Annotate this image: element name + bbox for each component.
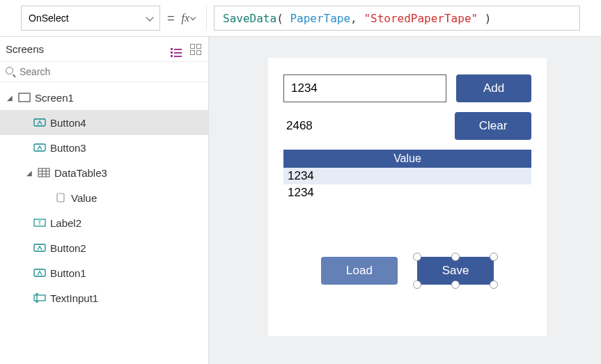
- panel-title: Screens: [6, 43, 44, 55]
- label-icon: T: [33, 216, 46, 229]
- tree-item-button1[interactable]: Button1: [0, 260, 208, 285]
- tree-item-button3[interactable]: Button3: [0, 135, 208, 160]
- number-input[interactable]: [283, 74, 446, 102]
- button-icon: [33, 267, 46, 279]
- app-frame: Add 2468 Clear Value 1234 1234 Load Save: [268, 58, 547, 336]
- search-icon: [6, 67, 15, 77]
- formula-bar: OnSelect = fx SaveData ( PaperTape , "St…: [0, 0, 601, 37]
- svg-rect-11: [34, 244, 45, 251]
- formula-comma: ,: [350, 12, 357, 25]
- svg-rect-2: [34, 144, 45, 151]
- resize-handle[interactable]: [490, 280, 498, 289]
- tree-view-icon[interactable]: [171, 41, 182, 57]
- search-input[interactable]: [19, 66, 203, 77]
- tree-item-value[interactable]: Value: [0, 185, 208, 210]
- tree-view: ◢ Screen1 Button4 Button3 ◢: [0, 82, 208, 364]
- divider: [206, 6, 207, 31]
- tree-label: Button3: [50, 142, 86, 154]
- load-button[interactable]: Load: [321, 257, 398, 285]
- selected-control[interactable]: Save: [417, 257, 494, 285]
- chevron-down-icon: [146, 13, 153, 21]
- tree-label: Label2: [50, 217, 81, 229]
- property-dropdown[interactable]: OnSelect: [21, 6, 160, 31]
- svg-rect-1: [34, 119, 45, 126]
- svg-rect-13: [34, 295, 45, 301]
- textinput-icon: [33, 292, 46, 304]
- canvas-area[interactable]: Add 2468 Clear Value 1234 1234 Load Save: [209, 37, 601, 364]
- resize-handle[interactable]: [451, 280, 460, 289]
- svg-rect-3: [38, 168, 49, 177]
- formula-close: ): [485, 12, 492, 25]
- formula-function: SaveData: [223, 12, 276, 25]
- data-table[interactable]: Value 1234 1234: [283, 150, 531, 201]
- table-header: Value: [283, 150, 531, 168]
- tree-item-textinput1[interactable]: TextInput1: [0, 285, 208, 310]
- svg-rect-0: [19, 93, 30, 102]
- column-icon: [54, 191, 67, 204]
- tree-item-button4[interactable]: Button4: [0, 110, 208, 135]
- button-icon: [33, 242, 46, 254]
- table-row[interactable]: 1234: [283, 184, 531, 201]
- tree-item-screen1[interactable]: ◢ Screen1: [0, 85, 208, 110]
- screen-icon: [18, 91, 31, 104]
- chevron-down-icon: [190, 14, 196, 19]
- tree-label: DataTable3: [54, 167, 107, 179]
- svg-rect-12: [34, 269, 45, 276]
- clear-button[interactable]: Clear: [455, 112, 531, 140]
- formula-input[interactable]: SaveData ( PaperTape , "StoredPaperTape"…: [214, 6, 580, 31]
- tree-label: TextInput1: [50, 292, 98, 304]
- resize-handle[interactable]: [413, 280, 421, 289]
- tree-label: Value: [71, 192, 97, 204]
- resize-handle[interactable]: [413, 253, 421, 261]
- formula-arg1: PaperTape: [290, 12, 350, 25]
- datatable-icon: [38, 166, 50, 179]
- button-icon: [33, 141, 46, 154]
- property-value: OnSelect: [29, 13, 69, 24]
- svg-text:T: T: [38, 220, 42, 226]
- button-icon: [33, 116, 46, 129]
- table-row[interactable]: 1234: [283, 168, 531, 184]
- resize-handle[interactable]: [490, 253, 498, 261]
- fx-icon[interactable]: fx: [182, 12, 196, 24]
- tree-item-button2[interactable]: Button2: [0, 235, 208, 260]
- thumbnail-view-icon[interactable]: [190, 44, 201, 55]
- tree-item-datatable3[interactable]: ◢ DataTable3: [0, 160, 208, 185]
- result-label: 2468: [283, 119, 445, 133]
- tree-label: Screen1: [35, 92, 74, 104]
- equals-sign: =: [167, 11, 175, 26]
- formula-open: (: [276, 12, 283, 25]
- resize-handle[interactable]: [451, 253, 460, 261]
- search-row[interactable]: [0, 62, 208, 82]
- svg-rect-8: [57, 193, 64, 202]
- tree-item-label2[interactable]: T Label2: [0, 210, 208, 235]
- formula-arg2: "StoredPaperTape": [364, 12, 478, 25]
- tree-label: Button1: [50, 267, 86, 279]
- add-button[interactable]: Add: [456, 74, 531, 102]
- screens-panel: Screens ◢: [0, 37, 209, 364]
- tree-label: Button2: [50, 242, 86, 254]
- tree-label: Button4: [50, 117, 86, 129]
